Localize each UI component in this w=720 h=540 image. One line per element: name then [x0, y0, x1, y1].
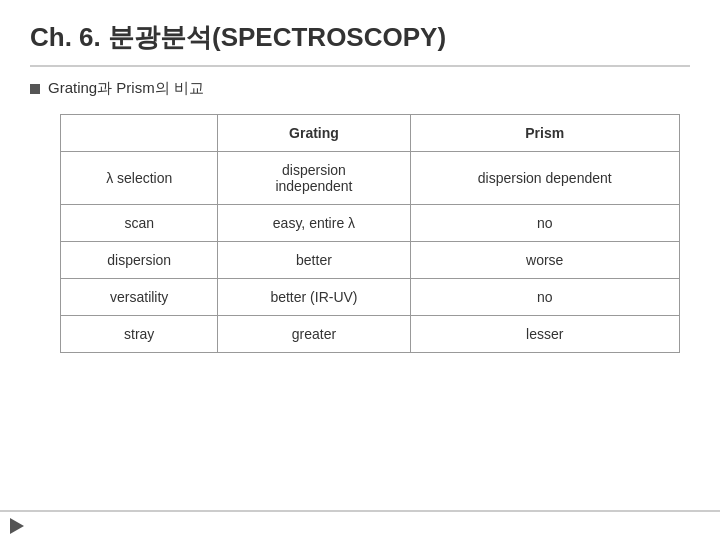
row4-col3: no: [410, 279, 680, 316]
comparison-table-wrapper: Grating Prism λ selection dispersion ind…: [60, 114, 680, 353]
col-header-0: [61, 115, 218, 152]
table-row: dispersion better worse: [61, 242, 680, 279]
row5-col3: lesser: [410, 316, 680, 353]
row2-col3: no: [410, 205, 680, 242]
row2-col2: easy, entire λ: [218, 205, 410, 242]
bullet-icon: [30, 84, 40, 94]
col-header-prism: Prism: [410, 115, 680, 152]
row1-col1: λ selection: [61, 152, 218, 205]
table-row: λ selection dispersion independent dispe…: [61, 152, 680, 205]
row3-col1: dispersion: [61, 242, 218, 279]
subtitle-row: Grating과 Prism의 비교: [30, 79, 690, 98]
table-row: versatility better (IR-UV) no: [61, 279, 680, 316]
top-divider: [30, 65, 690, 67]
play-icon: [10, 518, 24, 534]
bottom-bar: [0, 510, 720, 540]
row3-col2: better: [218, 242, 410, 279]
row1-col3: dispersion dependent: [410, 152, 680, 205]
page: Ch. 6. 분광분석(SPECTROSCOPY) Grating과 Prism…: [0, 0, 720, 540]
row2-col1: scan: [61, 205, 218, 242]
row4-col1: versatility: [61, 279, 218, 316]
row5-col1: stray: [61, 316, 218, 353]
table-row: scan easy, entire λ no: [61, 205, 680, 242]
comparison-table: Grating Prism λ selection dispersion ind…: [60, 114, 680, 353]
row5-col2: greater: [218, 316, 410, 353]
row1-col2-line2: independent: [275, 178, 352, 194]
row4-col2: better (IR-UV): [218, 279, 410, 316]
table-header-row: Grating Prism: [61, 115, 680, 152]
col-header-grating: Grating: [218, 115, 410, 152]
row1-col2-line1: dispersion: [282, 162, 346, 178]
subtitle: Grating과 Prism의 비교: [48, 79, 204, 98]
table-row: stray greater lesser: [61, 316, 680, 353]
row1-col2: dispersion independent: [218, 152, 410, 205]
page-title: Ch. 6. 분광분석(SPECTROSCOPY): [30, 20, 690, 55]
row3-col3: worse: [410, 242, 680, 279]
